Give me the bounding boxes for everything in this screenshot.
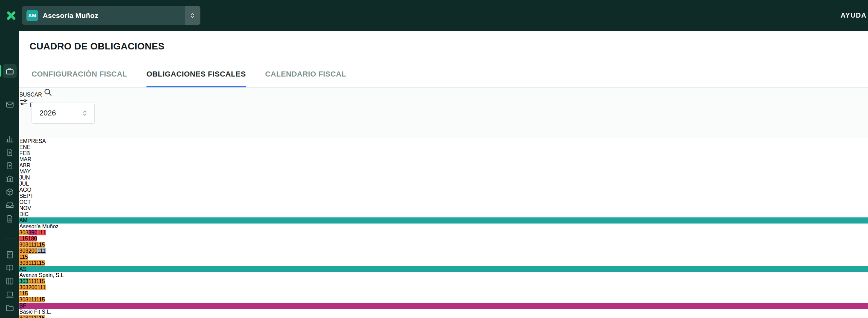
sidebar-item-file[interactable] [3, 212, 17, 226]
badge-modelo-303[interactable]: 303 [19, 284, 28, 290]
chevron-up-down-icon [81, 109, 89, 117]
badge-modelo-115[interactable]: 115 [19, 291, 28, 296]
company-selector[interactable]: AM Asesoría Muñoz [22, 6, 200, 25]
search-button[interactable]: BUSCAR [19, 88, 868, 98]
sidebar-item-tray[interactable] [3, 198, 17, 212]
topbar: AM Asesoría Muñoz AYUDA [0, 0, 868, 31]
year-select-value: 2026 [39, 109, 81, 118]
company-selector-stepper[interactable] [185, 6, 200, 25]
badge-modelo-115[interactable]: 115 [36, 242, 45, 248]
badge-modelo-111[interactable]: 111 [28, 297, 36, 302]
badge-modelo-115[interactable]: 115 [19, 236, 28, 241]
badge-modelo-115[interactable]: 115 [36, 278, 45, 284]
tab-configuracion-fiscal[interactable]: CONFIGURACIÓN FISCAL [32, 70, 127, 87]
briefcase-icon [5, 67, 14, 76]
tab-calendario-fiscal[interactable]: CALENDARIO FISCAL [265, 70, 346, 87]
active-indicator [0, 65, 1, 77]
badge-modelo-180[interactable]: 180 [28, 236, 37, 241]
sidebar-item-laptop[interactable] [3, 288, 17, 301]
badge-modelo-303[interactable]: 303 [19, 242, 28, 248]
book-icon [5, 263, 14, 272]
badge-modelo-111[interactable]: 111 [28, 260, 36, 266]
badge-modelo-115[interactable]: 115 [36, 260, 45, 266]
company-avatar: BF [19, 303, 868, 309]
sidebar-item-bank[interactable] [3, 172, 17, 186]
month-cell: 303111115 [19, 315, 868, 318]
month-header-jul: JUL [19, 181, 868, 187]
badge-modelo-115[interactable]: 115 [36, 315, 45, 318]
company-cell[interactable]: BFBasic Fit S.L. [19, 303, 868, 315]
badge-modelo-111[interactable]: 111 [28, 315, 36, 318]
badge-modelo-303[interactable]: 303 [19, 297, 28, 302]
sidebar-item-folder[interactable] [3, 301, 17, 315]
year-select[interactable]: 2026 [32, 103, 95, 124]
badge-line: 303111115 [19, 315, 868, 318]
sidebar-item-calculator[interactable] [3, 248, 17, 261]
inbox-icon [5, 100, 14, 109]
month-header-may: MAY [19, 169, 868, 175]
badge-modelo-111[interactable]: 111 [28, 242, 36, 248]
page-header: CUADRO DE OBLIGACIONES CONFIGURACIÓN FIS… [19, 31, 868, 87]
month-header-ago: AGO [19, 187, 868, 193]
badge-line: 303111115 [19, 242, 868, 248]
badge-modelo-200[interactable]: 200 [28, 284, 38, 290]
sidebar-item-package[interactable] [3, 185, 17, 199]
sidebar-item-gear[interactable] [3, 314, 17, 318]
company-selector-label: Asesoría Muñoz [43, 12, 98, 20]
filter-sliders-icon [19, 98, 28, 107]
badge-modelo-303[interactable]: 303 [19, 260, 28, 266]
month-cell: 303111115 [19, 260, 868, 266]
app-logo-icon[interactable] [4, 9, 18, 22]
chevron-up-down-icon [189, 12, 196, 19]
badge-modelo-115[interactable]: 115 [36, 297, 45, 302]
month-header-nov: NOV [19, 205, 868, 211]
month-cell: 303111115 [19, 297, 868, 303]
help-link[interactable]: AYUDA [841, 0, 867, 31]
search-label: BUSCAR [19, 92, 42, 98]
month-header-ene: ENE [19, 144, 868, 150]
company-column-header: EMPRESA [19, 138, 868, 144]
badge-line: 303390111 [19, 230, 868, 236]
company-name: Asesoría Muñoz [19, 224, 868, 230]
badge-modelo-303[interactable]: 303 [19, 315, 28, 318]
badge-modelo-200[interactable]: 200 [28, 248, 38, 254]
month-cell: 303200111115 [19, 248, 868, 260]
package-icon [5, 188, 14, 196]
badge-modelo-303[interactable]: 303 [19, 278, 28, 284]
sidebar-item-book[interactable] [3, 261, 17, 275]
sidebar-item-briefcase[interactable] [3, 64, 17, 78]
tab-obligaciones-fiscales[interactable]: OBLIGACIONES FISCALES [146, 70, 246, 87]
columns-icon [5, 277, 14, 285]
company-cell[interactable]: AMAsesoría Muñoz [19, 217, 868, 230]
badge-modelo-303[interactable]: 303 [19, 230, 28, 235]
doc-in-icon [5, 148, 14, 157]
month-header-mar: MAR [19, 156, 868, 163]
badge-modelo-111[interactable]: 111 [37, 284, 45, 290]
gear-icon [5, 317, 14, 318]
month-header-oct: OCT [19, 199, 868, 205]
badge-line: 115180 [19, 236, 868, 242]
badge-modelo-111[interactable]: 111 [28, 278, 36, 284]
badge-modelo-303[interactable]: 303 [19, 248, 28, 254]
company-row: AMAsesoría Muñoz303390111115180303111115… [19, 217, 868, 266]
sidebar-item-doc-in[interactable] [3, 145, 17, 159]
badge-modelo-390[interactable]: 390 [28, 230, 38, 235]
company-cell[interactable]: ASAvanza Spain, S.L [19, 266, 868, 278]
sidebar-item-doc-out[interactable] [3, 158, 17, 172]
badge-line: 115 [19, 291, 868, 297]
month-header-abr: ABR [19, 163, 868, 169]
badge-line: 303111115 [19, 260, 868, 266]
badge-modelo-111[interactable]: 111 [37, 230, 45, 235]
badge-modelo-115[interactable]: 115 [19, 254, 28, 260]
sidebar-divider [5, 238, 15, 238]
badge-line: 115 [19, 254, 868, 260]
sidebar-item-columns[interactable] [3, 274, 17, 288]
sidebar-item-chart[interactable] [3, 132, 17, 146]
sidebar-item-inbox[interactable] [3, 98, 17, 111]
toolbar: 2026 BUSCAR Filtrar [19, 87, 868, 138]
month-cell: 303111115 [19, 278, 868, 284]
month-cell: 303390111115180 [19, 230, 868, 242]
badge-modelo-111[interactable]: 111 [37, 248, 45, 254]
filter-button[interactable]: Filtrar [19, 98, 868, 108]
month-header-sept: SEPT [19, 193, 868, 199]
